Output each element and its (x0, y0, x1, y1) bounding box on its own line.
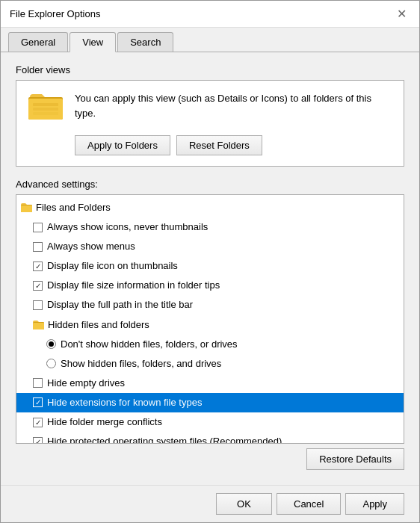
close-button[interactable]: ✕ (392, 5, 410, 23)
folder-views-section: You can apply this view (such as Details… (16, 80, 404, 167)
list-item[interactable]: Always show menus (16, 237, 404, 256)
svg-rect-8 (33, 323, 44, 329)
settings-list-container: Files and FoldersAlways show icons, neve… (16, 194, 404, 444)
list-item[interactable]: ✓Hide folder merge conflicts (16, 412, 404, 432)
checkbox-icon[interactable] (33, 242, 43, 252)
list-item-label: Display the full path in the title bar (47, 297, 193, 313)
tab-search[interactable]: Search (117, 32, 173, 52)
checkbox-icon[interactable] (33, 223, 43, 232)
list-item-label: Always show menus (47, 238, 135, 255)
svg-rect-3 (33, 108, 58, 111)
tab-view[interactable]: View (70, 32, 116, 52)
list-item[interactable]: Display the full path in the title bar (16, 295, 404, 315)
dialog: File Explorer Options ✕ General View Sea… (0, 0, 420, 523)
folder-buttons: Apply to Folders Reset Folders (75, 135, 392, 155)
restore-defaults-row: Restore Defaults (16, 444, 404, 473)
list-item-label: Display file icon on thumbnails (47, 258, 178, 274)
list-item[interactable]: Don't show hidden files, folders, or dri… (16, 335, 404, 354)
folder-views-right: You can apply this view (such as Details… (75, 91, 392, 155)
svg-rect-6 (21, 205, 32, 212)
list-item[interactable]: Hide empty drives (16, 374, 404, 393)
settings-list[interactable]: Files and FoldersAlways show icons, neve… (16, 195, 404, 443)
tab-general[interactable]: General (8, 32, 68, 52)
tab-bar: General View Search (1, 28, 419, 52)
list-item-label: Hide folder merge conflicts (47, 414, 162, 430)
checkbox-icon[interactable] (33, 378, 43, 388)
list-item: Hidden files and folders (16, 315, 404, 335)
checkbox-icon[interactable]: ✓ (33, 418, 43, 427)
checkbox-icon[interactable]: ✓ (33, 281, 43, 291)
list-item-label: Show hidden files, folders, and drives (61, 356, 221, 372)
list-item-label: Hide extensions for known file types (47, 394, 202, 411)
list-item[interactable]: ✓Display file icon on thumbnails (16, 256, 404, 276)
list-item: Files and Folders (16, 198, 404, 217)
list-item[interactable]: Always show icons, never thumbnails (16, 217, 404, 237)
ok-button[interactable]: OK (216, 493, 272, 515)
folder-views-desc: You can apply this view (such as Details… (75, 91, 392, 120)
list-item-label: Don't show hidden files, folders, or dri… (61, 336, 238, 353)
list-item-label: Hidden files and folders (48, 317, 149, 333)
list-item-label: Files and Folders (36, 199, 111, 216)
apply-to-folders-button[interactable]: Apply to Folders (75, 135, 170, 155)
list-item-label: Always show icons, never thumbnails (47, 219, 208, 235)
restore-defaults-button[interactable]: Restore Defaults (306, 448, 404, 470)
radio-icon[interactable] (46, 359, 56, 368)
radio-icon[interactable] (46, 339, 56, 349)
list-item[interactable]: ✓Hide protected operating system files (… (16, 432, 404, 443)
category-folder-icon (33, 320, 48, 330)
folder-icon (28, 91, 64, 121)
list-item[interactable]: Show hidden files, folders, and drives (16, 354, 404, 374)
list-item[interactable]: ✓Hide extensions for known file types (16, 393, 404, 412)
list-item[interactable]: ✓Display file size information in folder… (16, 276, 404, 295)
list-item-label: Hide protected operating system files (R… (47, 433, 282, 443)
checkbox-icon[interactable] (33, 300, 43, 310)
checkbox-icon[interactable]: ✓ (33, 397, 43, 407)
category-folder-icon (21, 202, 36, 213)
list-item-label: Display file size information in folder … (47, 277, 220, 294)
cancel-button[interactable]: Cancel (277, 493, 341, 515)
main-content: Folder views (1, 52, 419, 485)
apply-button[interactable]: Apply (345, 493, 404, 515)
checkbox-icon[interactable]: ✓ (33, 262, 43, 271)
bottom-bar: OK Cancel Apply (1, 485, 419, 522)
advanced-settings-label: Advanced settings: (16, 179, 98, 190)
dialog-title: File Explorer Options (10, 8, 100, 19)
title-bar: File Explorer Options ✕ (1, 1, 419, 28)
folder-views-label: Folder views (16, 64, 70, 75)
svg-rect-2 (33, 103, 58, 106)
svg-rect-4 (33, 112, 58, 115)
list-item-label: Hide empty drives (47, 375, 125, 392)
reset-folders-button[interactable]: Reset Folders (176, 135, 262, 155)
checkbox-icon[interactable]: ✓ (33, 437, 43, 443)
